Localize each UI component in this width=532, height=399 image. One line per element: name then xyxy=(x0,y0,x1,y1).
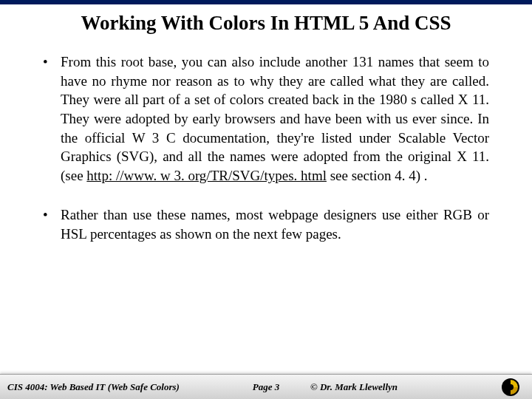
bullet-2-text: Rather than use these names, most webpag… xyxy=(61,207,489,242)
bullet-2: Rather than use these names, most webpag… xyxy=(43,205,489,243)
footer-author: © Dr. Mark Llewellyn xyxy=(310,381,458,393)
bullet-1-link[interactable]: http: //www. w 3. org/TR/SVG/types. html xyxy=(86,168,327,183)
bullet-1: From this root base, you can also includ… xyxy=(43,52,489,185)
footer-course: CIS 4004: Web Based IT (Web Safe Colors) xyxy=(0,381,222,393)
footer: CIS 4004: Web Based IT (Web Safe Colors)… xyxy=(0,374,532,399)
footer-page: Page 3 xyxy=(222,381,310,393)
slide: Working With Colors In HTML 5 And CSS Fr… xyxy=(0,0,532,399)
bullet-1-text-post: see section 4. 4) . xyxy=(327,168,428,183)
bullet-1-text-pre: From this root base, you can also includ… xyxy=(61,54,489,183)
slide-content: From this root base, you can also includ… xyxy=(0,52,532,244)
slide-title: Working With Colors In HTML 5 And CSS xyxy=(0,12,532,35)
footer-logo-icon xyxy=(501,378,520,397)
svg-point-1 xyxy=(508,384,514,390)
